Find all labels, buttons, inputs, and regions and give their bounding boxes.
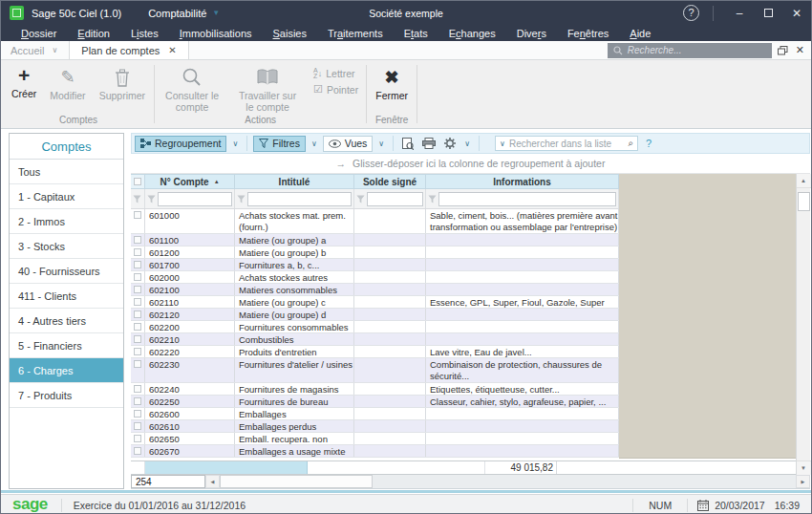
filter-input-num[interactable] <box>158 192 232 206</box>
menu-item-immobilisations[interactable]: Immobilisations <box>169 25 263 41</box>
menu-item-etats[interactable]: Etats <box>394 25 438 41</box>
table-row[interactable]: 602120Matiere (ou groupe) d <box>131 309 619 321</box>
help-button[interactable]: ? <box>683 5 699 21</box>
column-header-solde[interactable]: Solde signé <box>354 175 426 188</box>
list-search-input[interactable]: ∨ Rechercher dans la liste ⌕ <box>495 136 638 151</box>
close-panel-icon[interactable]: ✕ <box>796 44 804 56</box>
row-checkbox[interactable] <box>131 246 145 258</box>
filters-button[interactable]: Filtres <box>253 136 306 152</box>
close-window-button[interactable]: ✕ <box>782 1 811 25</box>
lettrer-button[interactable]: AZ↓ Lettrer <box>313 68 358 79</box>
filters-dropdown-chevron[interactable]: ∨ <box>309 139 320 148</box>
table-row[interactable]: 602210Combustibles <box>131 333 619 346</box>
table-row[interactable]: 602670Emballages a usage mixte <box>131 445 619 458</box>
row-checkbox[interactable] <box>131 333 145 345</box>
sidebar-item-2-immos[interactable]: 2 - Immos <box>10 209 123 234</box>
table-row[interactable]: 601100Matiere (ou groupe) a <box>131 234 619 246</box>
close-tab-icon[interactable]: ✕ <box>168 45 176 55</box>
row-checkbox[interactable] <box>131 346 145 357</box>
menu-item-edition[interactable]: Edition <box>67 25 120 41</box>
menu-item-echanges[interactable]: Echanges <box>438 25 506 41</box>
menu-item-listes[interactable]: Listes <box>120 25 169 41</box>
table-row[interactable]: 602240Fournitures de magasinsEtiquettes,… <box>131 383 619 396</box>
table-row[interactable]: 601200Matiere (ou groupe) b <box>131 246 619 259</box>
list-help-button[interactable]: ? <box>641 138 656 149</box>
table-row[interactable]: 602110Matiere (ou groupe) cEssence, GPL,… <box>131 296 619 309</box>
grouping-dropdown-chevron[interactable]: ∨ <box>229 139 241 148</box>
sidebar-item-5-financiers[interactable]: 5 - Financiers <box>10 333 123 358</box>
row-checkbox[interactable] <box>131 234 145 246</box>
table-row[interactable]: 602250Fournitures de bureauClasseur, cah… <box>131 396 619 408</box>
row-checkbox[interactable] <box>131 420 145 432</box>
create-button[interactable]: + Créer <box>5 60 43 99</box>
menu-item-aide[interactable]: Aide <box>619 25 661 41</box>
sidebar-item-6-charges[interactable]: 6 - Charges <box>10 358 123 383</box>
vertical-scrollbar-thumb[interactable] <box>798 192 810 211</box>
scroll-up-button[interactable]: ▲ <box>797 174 811 188</box>
horizontal-scrollbar-track[interactable] <box>373 475 796 488</box>
scroll-down-button[interactable]: ▼ <box>797 460 811 475</box>
row-checkbox[interactable] <box>131 383 145 395</box>
table-row[interactable]: 602100Matieres consommables <box>131 284 619 296</box>
settings-button[interactable] <box>441 138 459 149</box>
table-row[interactable]: 601000Achats stockes mat. prem. (fourn.)… <box>131 209 619 234</box>
select-all-checkbox[interactable] <box>131 175 145 188</box>
grouping-button[interactable]: Regroupement <box>135 136 226 152</box>
table-row[interactable]: 602000Achats stockes autres approv. <box>131 271 619 284</box>
row-checkbox[interactable] <box>131 433 145 444</box>
work-account-button[interactable]: Travailler sur le compte <box>227 60 308 113</box>
row-checkbox[interactable] <box>131 309 145 320</box>
column-header-informations[interactable]: Informations <box>426 175 619 188</box>
sidebar-item-40-fournisseurs[interactable]: 40 - Fournisseurs <box>10 259 123 284</box>
row-checkbox[interactable] <box>131 358 145 382</box>
group-drop-zone[interactable]: → Glisser-déposer ici la colonne de regr… <box>131 154 810 174</box>
sidebar-item-411-clients[interactable]: 411 - Clients <box>10 284 123 309</box>
close-view-button[interactable]: ✖ Fermer <box>369 60 415 101</box>
row-checkbox[interactable] <box>131 259 145 270</box>
filter-input-solde[interactable] <box>367 192 423 206</box>
tab-accueil[interactable]: Accueil ∨ <box>1 41 70 59</box>
table-row[interactable]: 602230Fournitures d'atelier / usinesComb… <box>131 358 619 383</box>
print-preview-button[interactable] <box>399 138 417 150</box>
row-checkbox[interactable] <box>131 284 145 295</box>
views-dropdown-chevron[interactable]: ∨ <box>375 139 387 148</box>
print-button[interactable] <box>419 138 438 149</box>
table-row[interactable]: 602650Emball. recupera. non identif. <box>131 433 619 445</box>
row-checkbox[interactable] <box>131 445 145 457</box>
filter-input-informations[interactable] <box>438 192 616 206</box>
scroll-right-button[interactable]: ▶ <box>796 475 810 488</box>
pointer-button[interactable]: ☑ Pointer <box>313 83 358 96</box>
table-row[interactable]: 601700Fournitures a, b, c... <box>131 259 619 271</box>
table-row[interactable]: 602200Fournitures consommables <box>131 321 619 333</box>
menu-item-divers[interactable]: Divers <box>506 25 557 41</box>
consult-account-button[interactable]: Consulter le compte <box>157 60 227 113</box>
table-row[interactable]: 602600Emballages <box>131 408 619 420</box>
table-row[interactable]: 602220Produits d'entretienLave vitre, Ea… <box>131 346 619 358</box>
filter-input-intitule[interactable] <box>247 192 352 206</box>
views-button[interactable]: Vues <box>323 136 374 152</box>
row-checkbox[interactable] <box>131 408 145 419</box>
global-search-input[interactable]: Recherche... <box>608 43 772 58</box>
column-header-intitule[interactable]: Intitulé <box>235 175 354 188</box>
sidebar-item-tous[interactable]: Tous <box>10 160 123 184</box>
sidebar-item-3-stocks[interactable]: 3 - Stocks <box>10 234 123 259</box>
minimize-button[interactable]: – <box>725 1 754 25</box>
sidebar-item-4-autres-tiers[interactable]: 4 - Autres tiers <box>10 309 123 333</box>
menu-item-traitements[interactable]: Traitements <box>317 25 394 41</box>
vertical-scrollbar[interactable]: ▲ ▼ <box>796 174 810 475</box>
tab-plan-de-comptes[interactable]: Plan de comptes ✕ <box>70 41 188 59</box>
column-header-num-compte[interactable]: N° Compte ▲ <box>145 175 235 188</box>
modify-button[interactable]: ✎ Modifier <box>43 60 92 101</box>
row-checkbox[interactable] <box>131 209 145 233</box>
row-checkbox[interactable] <box>131 321 145 332</box>
module-selector[interactable]: Comptabilité ▼ <box>148 8 220 19</box>
menu-item-dossier[interactable]: Dossier <box>11 25 67 41</box>
sidebar-item-1-capitaux[interactable]: 1 - Capitaux <box>10 184 123 209</box>
table-row[interactable]: 602610Emballages perdus <box>131 420 619 433</box>
maximize-button[interactable] <box>754 1 782 25</box>
row-checkbox[interactable] <box>131 396 145 407</box>
settings-dropdown-chevron[interactable]: ∨ <box>461 139 473 148</box>
row-checkbox[interactable] <box>131 271 145 283</box>
float-window-icon[interactable] <box>778 46 788 55</box>
sidebar-item-7-produits[interactable]: 7 - Produits <box>10 383 123 408</box>
